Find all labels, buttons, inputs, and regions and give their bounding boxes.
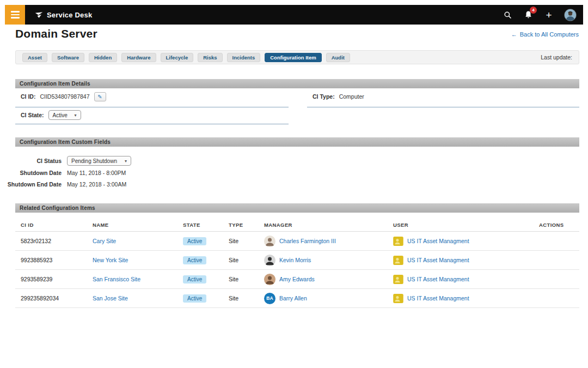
column-header-user: USER [393, 222, 539, 228]
shutdown-date-label: Shutdown Date [0, 170, 62, 176]
search-icon[interactable] [502, 9, 513, 20]
ci-id-value: CIID534807987847 [40, 93, 89, 100]
user-group-icon [393, 294, 403, 303]
table-row: 5823r02132Cary SiteActiveSiteCharles Far… [15, 232, 579, 251]
ci-id-label: CI ID: [21, 93, 35, 100]
state-badge: Active [183, 256, 206, 264]
column-header-type: TYPE [229, 222, 264, 228]
ci-state-select[interactable]: Active ▾ [48, 110, 81, 120]
user-link[interactable]: US IT Asset Managment [407, 295, 469, 301]
column-header-name: NAME [93, 222, 183, 228]
tab-risks[interactable]: Risks [198, 53, 222, 62]
cell-type: Site [229, 238, 264, 244]
table-row: 9293589239San Fransisco SiteActiveSiteAm… [15, 270, 579, 289]
cell-manager: BABarry Allen [264, 293, 393, 304]
column-header-ci-id: CI ID [21, 222, 93, 228]
logo-icon [35, 11, 43, 19]
cell-manager: Charles Farmington III [264, 236, 393, 247]
column-header-manager: MANAGER [264, 222, 393, 228]
cell-name: San Jose Site [93, 295, 183, 301]
manager-avatar [264, 255, 275, 266]
ci-type-label: CI Type: [313, 93, 335, 100]
manager-link[interactable]: Charles Farmington III [279, 238, 336, 244]
cell-state: Active [183, 237, 229, 245]
tab-hidden[interactable]: Hidden [89, 53, 117, 62]
cell-state: Active [183, 275, 229, 283]
cell-type: Site [229, 257, 264, 263]
back-to-all-computers-link[interactable]: ← Back to All Computers [511, 31, 579, 38]
ci-type-field: CI Type: Computer [313, 92, 364, 101]
ci-name-link[interactable]: San Jose Site [93, 295, 128, 301]
cell-ci-id: 9293589239 [21, 276, 93, 282]
tab-asset[interactable]: Asset [22, 53, 47, 62]
user-group-icon [393, 237, 403, 246]
service-desk-app: Service Desk 4 + Domain Server ← Back to… [0, 0, 588, 368]
cell-name: New York Site [93, 257, 183, 263]
tab-configuration-item[interactable]: Configuration Item [265, 53, 321, 62]
user-link[interactable]: US IT Asset Managment [407, 238, 469, 244]
manager-avatar [264, 236, 275, 247]
top-bar: Service Desk 4 + [5, 5, 583, 25]
notification-badge: 4 [530, 7, 537, 14]
tab-incidents[interactable]: Incidents [227, 53, 261, 62]
divider [307, 107, 579, 107]
ci-status-label: CI Status [0, 158, 62, 164]
table-row: 9923885923New York SiteActiveSiteKevin M… [15, 251, 579, 270]
user-avatar[interactable] [564, 9, 577, 21]
cell-ci-id: 5823r02132 [21, 238, 93, 244]
tab-hardware[interactable]: Hardware [121, 53, 156, 62]
notifications-bell-icon[interactable]: 4 [523, 9, 534, 20]
page-title: Domain Server [15, 27, 97, 40]
cell-type: Site [229, 276, 264, 282]
shutdown-end-date-value: May 12, 2018 - 3:00AM [67, 181, 126, 188]
divider [15, 124, 289, 124]
cell-ci-id: 9923885923 [21, 257, 93, 263]
topbar-actions: 4 + [502, 9, 583, 21]
manager-link[interactable]: Kevin Morris [279, 257, 311, 263]
cell-manager: Amy Edwards [264, 274, 393, 285]
manager-avatar [264, 274, 275, 285]
cell-state: Active [183, 294, 229, 303]
user-link[interactable]: US IT Asset Managment [407, 276, 469, 282]
tab-bar: AssetSoftwareHiddenHardwareLifecycleRisk… [15, 50, 579, 64]
related-table-body: 5823r02132Cary SiteActiveSiteCharles Far… [15, 232, 579, 308]
ci-name-link[interactable]: Cary Site [93, 238, 116, 244]
ci-name-link[interactable]: New York Site [93, 257, 128, 263]
chevron-down-icon: ▾ [75, 113, 77, 118]
cell-name: Cary Site [93, 238, 183, 244]
state-badge: Active [183, 237, 206, 245]
manager-avatar: BA [264, 293, 275, 304]
divider [15, 107, 289, 107]
cell-state: Active [183, 256, 229, 264]
column-header-state: STATE [183, 222, 229, 228]
app-title: Service Desk [47, 11, 92, 19]
chevron-down-icon: ▾ [125, 159, 127, 164]
tab-audit[interactable]: Audit [326, 53, 350, 62]
brand: Service Desk [35, 11, 92, 19]
related-table-header: CI IDNAMESTATETYPEMANAGERUSERACTIONS [15, 218, 579, 232]
cell-type: Site [229, 295, 264, 301]
cell-name: San Fransisco Site [93, 276, 183, 282]
user-link[interactable]: US IT Asset Managment [407, 257, 469, 263]
tab-lifecycle[interactable]: Lifecycle [161, 53, 194, 62]
hamburger-menu-icon[interactable] [5, 5, 25, 25]
shutdown-end-date-label: Shutdown End Date [0, 181, 62, 188]
ci-name-link[interactable]: San Fransisco Site [93, 276, 140, 282]
tab-software[interactable]: Software [52, 53, 84, 62]
add-new-icon[interactable]: + [543, 9, 554, 20]
manager-link[interactable]: Barry Allen [279, 295, 307, 301]
column-header-actions: ACTIONS [539, 222, 579, 228]
related-table: CI IDNAMESTATETYPEMANAGERUSERACTIONS 582… [15, 218, 579, 308]
cell-ci-id: 299235892034 [21, 295, 93, 301]
shutdown-date-field: Shutdown Date May 11, 2018 - 8:00PM [0, 170, 126, 176]
ci-type-value: Computer [339, 93, 364, 100]
cell-manager: Kevin Morris [264, 255, 393, 266]
ci-state-field: CI State: Active ▾ [21, 109, 81, 121]
shutdown-date-value: May 11, 2018 - 8:00PM [67, 170, 126, 176]
edit-icon[interactable]: ✎ [94, 92, 106, 101]
ci-status-field: CI Status Pending Shutdown ▾ [0, 156, 131, 166]
ci-status-select[interactable]: Pending Shutdown ▾ [67, 156, 131, 166]
section-header-details: Configuration Item Details [15, 79, 579, 88]
section-header-custom-fields: Configuration Item Custom Fields [15, 137, 579, 147]
manager-link[interactable]: Amy Edwards [279, 276, 315, 282]
